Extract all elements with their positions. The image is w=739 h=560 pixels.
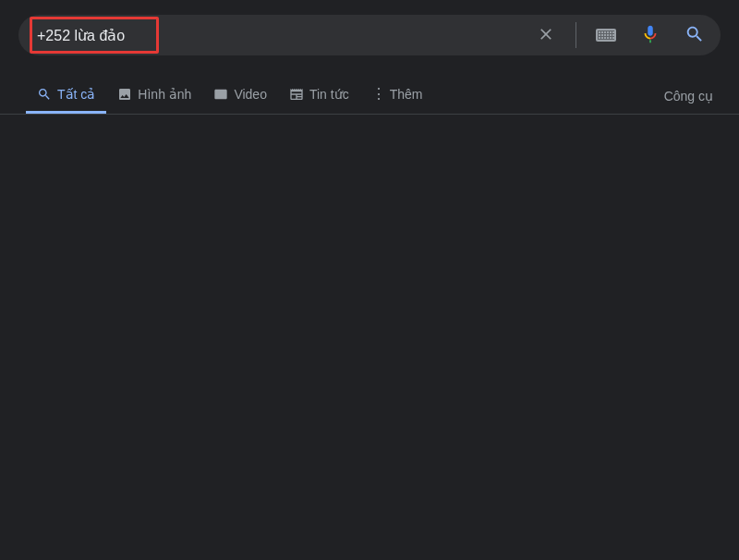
clear-button[interactable] (527, 17, 564, 54)
search-icon (37, 87, 52, 102)
tab-images[interactable]: Hình ảnh (106, 78, 202, 114)
tab-video[interactable]: Video (202, 78, 278, 114)
search-bar-container (0, 0, 739, 55)
search-bar (18, 15, 721, 55)
tab-news[interactable]: Tin tức (278, 78, 360, 114)
image-icon (117, 87, 132, 102)
news-icon (289, 87, 304, 102)
search-actions (527, 17, 713, 54)
search-icon (684, 24, 705, 47)
keyboard-icon (596, 29, 616, 42)
tabs-left: Tất cả Hình ảnh Video Tin tức ⋮ Thêm (26, 78, 664, 114)
tab-label: Thêm (390, 87, 423, 102)
tab-label: Tất cả (57, 87, 95, 102)
keyboard-button[interactable] (588, 17, 624, 54)
tools-button[interactable]: Công cụ (664, 79, 713, 113)
divider (575, 22, 576, 48)
video-icon (213, 87, 228, 102)
tab-label: Tin tức (309, 87, 349, 102)
tab-label: Hình ảnh (138, 87, 191, 102)
tabs-container: Tất cả Hình ảnh Video Tin tức ⋮ Thêm Côn… (0, 78, 739, 115)
microphone-icon (640, 24, 660, 47)
search-input[interactable] (33, 27, 527, 43)
tools-label: Công cụ (664, 89, 713, 103)
tab-more[interactable]: ⋮ Thêm (360, 78, 434, 114)
more-dots-icon: ⋮ (371, 87, 384, 102)
voice-search-button[interactable] (632, 17, 669, 54)
search-button[interactable] (676, 17, 713, 54)
tab-all[interactable]: Tất cả (26, 78, 106, 114)
close-icon (537, 25, 555, 46)
tab-label: Video (234, 87, 267, 102)
